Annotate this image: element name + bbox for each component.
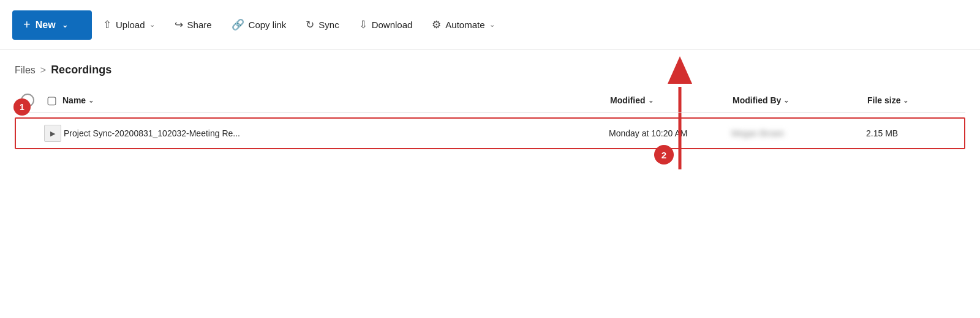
breadcrumb-files[interactable]: Files xyxy=(15,65,36,76)
sync-button[interactable]: ↻ Sync xyxy=(297,10,347,40)
breadcrumb: Files > Recordings xyxy=(0,50,980,83)
copy-link-icon: 🔗 xyxy=(232,18,244,31)
automate-chevron-icon: ⌄ xyxy=(489,21,495,29)
sync-icon: ↻ xyxy=(306,18,314,31)
sync-label: Sync xyxy=(318,20,339,30)
copy-link-button[interactable]: 🔗 Copy link xyxy=(223,10,295,40)
download-button[interactable]: ⇩ Download xyxy=(350,10,421,40)
plus-icon: + xyxy=(23,18,31,32)
video-file-icon: ▶ xyxy=(44,125,61,142)
row-filesize: 2.15 MB xyxy=(866,128,964,138)
new-chevron-icon: ⌄ xyxy=(62,21,68,29)
upload-button[interactable]: ⇧ Upload ⌄ xyxy=(94,10,164,40)
row-filename: Project Sync-20200831_102032-Meeting Re.… xyxy=(64,128,609,138)
download-icon: ⇩ xyxy=(359,18,368,31)
name-sort-icon: ⌄ xyxy=(88,97,94,105)
file-type-icon: ▢ xyxy=(47,94,57,107)
col-modified-by-header[interactable]: Modified By ⌄ xyxy=(733,95,867,105)
filesize-sort-icon: ⌄ xyxy=(903,97,908,105)
file-list: 1 ▢ Name ⌄ Modified ⌄ Modified By ⌄ File… xyxy=(0,83,980,149)
toolbar: + New ⌄ ⇧ Upload ⌄ ↪ Share 🔗 Copy link ↻… xyxy=(0,0,980,50)
share-button[interactable]: ↪ Share xyxy=(166,10,221,40)
col-filesize-header[interactable]: File size ⌄ xyxy=(867,95,965,105)
breadcrumb-separator: > xyxy=(40,65,46,76)
modified-by-sort-icon: ⌄ xyxy=(783,97,789,105)
modified-sort-icon: ⌄ xyxy=(648,97,654,105)
automate-label: Automate xyxy=(445,20,484,30)
copy-link-label: Copy link xyxy=(249,20,287,30)
upload-icon: ⇧ xyxy=(103,18,111,31)
automate-button[interactable]: ⚙ Automate ⌄ xyxy=(423,10,503,40)
table-row[interactable]: ▶ Project Sync-20200831_102032-Meeting R… xyxy=(15,117,965,149)
row-modified: Monday at 10:20 AM xyxy=(609,128,731,138)
file-type-col-header: ▢ xyxy=(40,94,62,107)
new-button[interactable]: + New ⌄ xyxy=(12,10,92,40)
download-label: Download xyxy=(372,20,413,30)
upload-label: Upload xyxy=(116,20,145,30)
new-label: New xyxy=(36,20,56,31)
row-modified-by: Megan Brown xyxy=(731,128,866,138)
automate-icon: ⚙ xyxy=(432,18,441,31)
badge-1: 1 xyxy=(13,98,31,116)
col-name-header[interactable]: Name ⌄ xyxy=(62,95,610,105)
upload-chevron-icon: ⌄ xyxy=(149,21,155,29)
row-file-icon-col: ▶ xyxy=(42,125,64,142)
share-label: Share xyxy=(187,20,212,30)
file-list-header: 1 ▢ Name ⌄ Modified ⌄ Modified By ⌄ File… xyxy=(15,89,965,113)
share-icon: ↪ xyxy=(175,18,183,31)
col-modified-header[interactable]: Modified ⌄ xyxy=(610,95,733,105)
breadcrumb-current: Recordings xyxy=(51,64,111,76)
